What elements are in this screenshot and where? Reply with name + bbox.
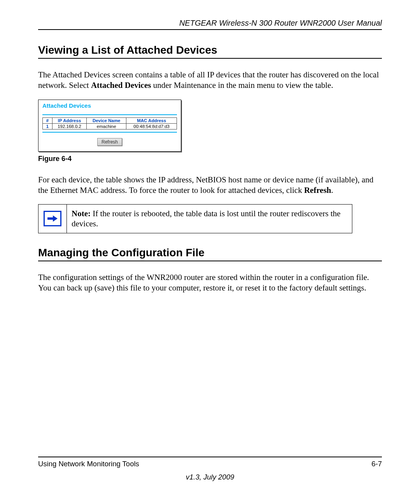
section-heading-attached-devices: Viewing a List of Attached Devices <box>38 44 382 56</box>
panel-title: Attached Devices <box>42 102 177 109</box>
col-mac: MAC Address <box>126 117 177 123</box>
svg-rect-0 <box>47 217 53 220</box>
refresh-button[interactable]: Refresh <box>97 138 122 146</box>
cell-mac: 00:48:54:8d:d7:d3 <box>126 123 177 129</box>
header-rule <box>38 29 382 30</box>
after-text-c: . <box>331 186 333 195</box>
note-label: Note: <box>72 209 91 218</box>
intro-paragraph: The Attached Devices screen contains a t… <box>38 70 382 91</box>
config-paragraph: The configuration settings of the WNR200… <box>38 272 382 294</box>
table-header-row: # IP Address Device Name MAC Address <box>43 117 177 123</box>
footer-chapter: Using Network Monitoring Tools <box>38 460 139 468</box>
after-panel-paragraph: For each device, the table shows the IP … <box>38 175 382 196</box>
heading-rule-2 <box>38 261 382 261</box>
note-box: Note: If the router is rebooted, the tab… <box>38 204 352 233</box>
col-ip: IP Address <box>52 117 87 123</box>
running-head: NETGEAR Wireless-N 300 Router WNR2000 Us… <box>38 19 382 28</box>
attached-devices-panel: Attached Devices # IP Address Device Nam… <box>38 100 181 152</box>
heading-rule <box>38 58 382 59</box>
col-num: # <box>43 117 52 123</box>
panel-separator-bottom <box>42 132 177 133</box>
attached-devices-table: # IP Address Device Name MAC Address 1 1… <box>42 117 177 130</box>
page-footer: Using Network Monitoring Tools 6-7 v1.3,… <box>38 457 382 481</box>
cell-num: 1 <box>43 123 52 129</box>
cell-name: emachine <box>87 123 126 129</box>
cell-ip: 192.168.0.2 <box>52 123 87 129</box>
footer-rule <box>38 457 382 457</box>
footer-version: v1.3, July 2009 <box>38 473 382 481</box>
after-bold: Refresh <box>304 186 331 195</box>
intro-bold: Attached Devices <box>91 80 151 90</box>
panel-separator <box>42 114 177 115</box>
note-body: If the router is rebooted, the table dat… <box>72 209 341 228</box>
note-text: Note: If the router is rebooted, the tab… <box>67 205 352 233</box>
section-heading-config-file: Managing the Configuration File <box>38 247 382 259</box>
footer-page-number: 6-7 <box>371 460 382 468</box>
table-row: 1 192.168.0.2 emachine 00:48:54:8d:d7:d3 <box>43 123 177 129</box>
col-devicename: Device Name <box>87 117 126 123</box>
arrow-right-icon <box>44 211 61 226</box>
svg-marker-1 <box>53 215 58 222</box>
note-icon-cell <box>38 205 67 233</box>
intro-text-c: under Maintenance in the main menu to vi… <box>151 80 333 90</box>
figure-caption: Figure 6-4 <box>38 155 382 163</box>
